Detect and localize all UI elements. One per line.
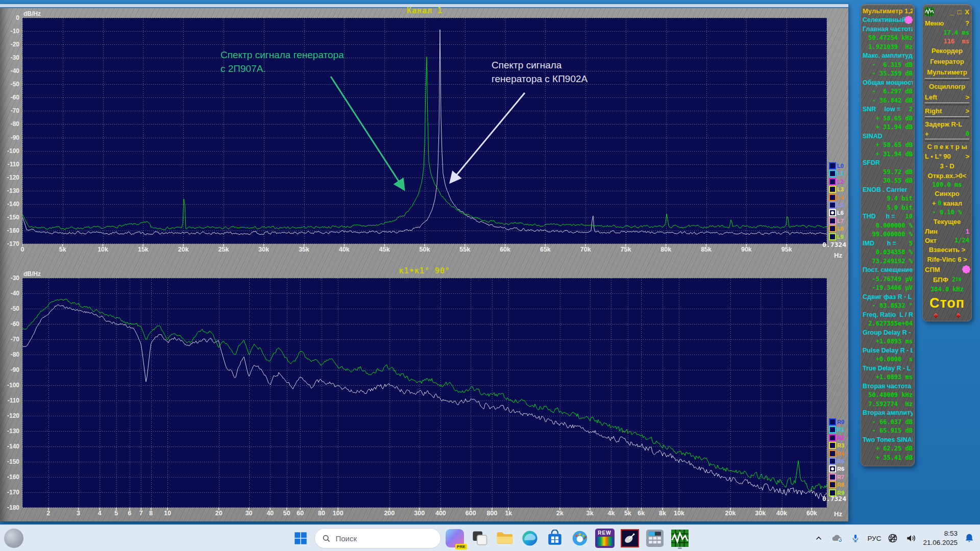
control-item[interactable]: Окт1/24: [925, 236, 969, 245]
start-button[interactable]: [289, 527, 312, 549]
legend-checkbox[interactable]: [829, 458, 836, 465]
legend-checkbox[interactable]: [829, 217, 836, 224]
taskbar-icon-satellite[interactable]: [619, 527, 641, 549]
control-item[interactable]: Мультиметр: [925, 67, 969, 78]
taskbar-icon-store[interactable]: [544, 527, 566, 549]
legend-checkbox[interactable]: [829, 442, 836, 449]
speaker-icon[interactable]: [904, 532, 918, 545]
legend-item-L6[interactable]: L6: [829, 209, 844, 216]
taskbar-corner-widget-icon[interactable]: [4, 529, 23, 548]
control-item[interactable]: Rife-Vinc 6 >: [925, 255, 969, 264]
legend-label: R2: [837, 435, 844, 441]
legend-checkbox[interactable]: [829, 450, 836, 457]
control-item[interactable]: Рекордер: [925, 45, 969, 56]
multimeter-row[interactable]: Селективный: [863, 16, 913, 25]
multimeter-text: +1.0893 ms: [876, 373, 913, 381]
taskbar-icon-calculator[interactable]: [644, 527, 666, 549]
control-item[interactable]: Откр.вх.>0<: [925, 171, 969, 180]
legend-label: R1: [837, 427, 844, 433]
chart2-plot-area[interactable]: [22, 278, 827, 508]
legend-item-R6[interactable]: R6: [829, 465, 844, 472]
y-tick-label: -40: [0, 67, 19, 74]
taskbar-icon-copilot[interactable]: PRE: [444, 527, 466, 549]
minimize-button[interactable]: _: [950, 8, 953, 16]
legend-checkbox[interactable]: [829, 225, 836, 232]
legend-item-R1[interactable]: R1: [829, 426, 844, 433]
legend-item-L9[interactable]: L9: [829, 233, 844, 240]
taskbar-search[interactable]: Поиск: [314, 528, 441, 548]
legend-item-L5[interactable]: L5: [829, 202, 844, 209]
control-item[interactable]: Взвесить >: [925, 245, 969, 255]
chart-canvas: [22, 18, 827, 244]
stop-button[interactable]: Стоп: [925, 293, 969, 313]
control-item[interactable]: L • L° 90>: [925, 152, 969, 161]
microphone-icon[interactable]: [849, 532, 862, 545]
legend-item-L4[interactable]: L4: [829, 194, 844, 201]
control-item[interactable]: +0: [925, 129, 969, 138]
legend-item-R8[interactable]: R8: [829, 481, 844, 488]
legend-checkbox[interactable]: [829, 473, 836, 481]
legend-item-L1[interactable]: L1: [829, 170, 844, 177]
language-indicator[interactable]: РУС: [867, 535, 881, 542]
legend-checkbox[interactable]: [829, 481, 836, 488]
legend-item-L8[interactable]: L8: [829, 225, 844, 232]
clock[interactable]: 8:5321.06.2025: [923, 529, 958, 547]
legend-item-R2[interactable]: R2: [829, 434, 844, 441]
taskbar-icon-spectra[interactable]: [669, 527, 691, 549]
control-item[interactable]: БПФ 219: [925, 274, 969, 285]
globe-no-internet-icon[interactable]: [886, 532, 899, 545]
legend-item-L2[interactable]: L2: [829, 178, 844, 185]
legend-item-R4[interactable]: R4: [829, 450, 844, 457]
taskbar-icon-edge[interactable]: [519, 527, 541, 549]
legend-item-R3[interactable]: R3: [829, 442, 844, 449]
control-item[interactable]: 3 - D: [925, 161, 969, 171]
legend-label: L8: [837, 226, 844, 232]
legend-item-R0[interactable]: R0: [829, 418, 844, 425]
chart1-plot-area[interactable]: Спектр сигнала генератора с 2П907А.Спект…: [22, 18, 827, 244]
control-item[interactable]: Генератор: [925, 56, 969, 67]
maximize-button[interactable]: □: [957, 8, 961, 16]
multimeter-text: + 62.25 dB: [876, 445, 913, 452]
legend-checkbox[interactable]: [829, 465, 836, 472]
control-item[interactable]: Текущее: [925, 217, 969, 227]
taskbar-icon-paint[interactable]: [569, 527, 591, 549]
control-item[interactable]: Left>: [925, 92, 969, 102]
taskbar-icon-explorer[interactable]: [494, 527, 516, 549]
taskbar-icon-rew[interactable]: REW: [594, 527, 616, 549]
legend-checkbox[interactable]: [829, 434, 836, 441]
legend-checkbox[interactable]: [829, 233, 836, 240]
annotation-text: Спектр сигнала генератора с 2П907А.: [220, 48, 344, 76]
control-item: 100.0 ms: [925, 180, 969, 189]
legend-checkbox[interactable]: [829, 202, 836, 209]
legend-checkbox[interactable]: [829, 426, 836, 433]
close-button[interactable]: X: [965, 8, 969, 16]
legend-item-L0[interactable]: L0: [829, 162, 844, 169]
legend-item-L7[interactable]: L7: [829, 217, 844, 224]
control-item[interactable]: Меню?: [925, 18, 969, 28]
legend-checkbox[interactable]: [829, 194, 836, 201]
chevron-up-icon[interactable]: [812, 532, 825, 545]
control-item[interactable]: СПМ: [925, 264, 969, 274]
taskbar-icon-task-view[interactable]: [469, 527, 491, 549]
legend-checkbox[interactable]: [829, 418, 836, 425]
control-text: Рекордер: [932, 47, 963, 55]
control-item[interactable]: Синхро: [925, 189, 969, 198]
legend-checkbox[interactable]: [829, 186, 836, 193]
control-item[interactable]: Лин1: [925, 227, 969, 236]
legend-item-R7[interactable]: R7: [829, 473, 844, 481]
legend-checkbox[interactable]: [829, 178, 836, 185]
multimeter-text: + 31.94 dB: [876, 151, 913, 158]
control-item[interactable]: Right>: [925, 106, 969, 116]
legend-checkbox[interactable]: [829, 209, 836, 216]
onedrive-icon[interactable]: [830, 532, 844, 545]
control-item[interactable]: + 0 канал: [925, 198, 969, 208]
legend-checkbox[interactable]: [829, 162, 836, 169]
notification-bell-icon[interactable]: [963, 532, 976, 545]
legend-item-L3[interactable]: L3: [829, 186, 844, 193]
legend-item-R5[interactable]: R5: [829, 458, 844, 465]
x-tick-label: 8k: [659, 510, 666, 517]
control-item[interactable]: Осциллогр: [925, 81, 969, 92]
control-item[interactable]: Задерж R-L: [925, 119, 969, 129]
legend-label: R4: [837, 450, 844, 457]
legend-checkbox[interactable]: [829, 170, 836, 177]
